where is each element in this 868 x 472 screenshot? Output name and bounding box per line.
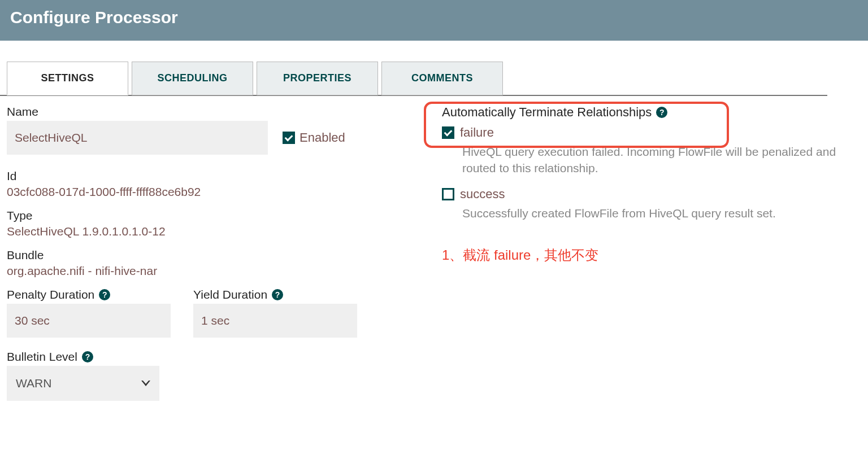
dialog-title: Configure Processor	[0, 0, 868, 41]
type-value: SelectHiveQL 1.9.0.1.0.1.0-12	[7, 225, 414, 238]
tab-scheduling[interactable]: SCHEDULING	[132, 62, 253, 95]
name-input[interactable]	[7, 121, 268, 155]
chevron-down-icon	[141, 381, 150, 386]
bulletin-label: Bulletin Level	[7, 350, 77, 364]
relationship-checkbox-failure[interactable]	[442, 126, 454, 139]
enabled-label: Enabled	[300, 130, 345, 145]
relationships-header: Automatically Terminate Relationships	[442, 105, 652, 120]
type-label: Type	[7, 209, 414, 222]
name-label: Name	[7, 105, 414, 119]
help-icon[interactable]: ?	[272, 289, 283, 300]
yield-label: Yield Duration	[193, 288, 267, 301]
bulletin-value: WARN	[16, 377, 51, 390]
relationship-name: failure	[460, 125, 494, 140]
help-icon[interactable]: ?	[656, 107, 667, 118]
bundle-value: org.apache.nifi - nifi-hive-nar	[7, 264, 414, 278]
id-label: Id	[7, 169, 414, 183]
bulletin-select[interactable]: WARN	[7, 366, 159, 401]
tab-settings[interactable]: SETTINGS	[7, 62, 128, 95]
tab-comments[interactable]: COMMENTS	[381, 62, 503, 95]
tab-bar: SETTINGS SCHEDULING PROPERTIES COMMENTS	[0, 41, 827, 96]
settings-left-column: Name Enabled Id 03cfc088-017d-1000-ffff-…	[7, 105, 414, 401]
bundle-label: Bundle	[7, 248, 414, 262]
help-icon[interactable]: ?	[82, 351, 93, 362]
relationship-desc: Successfully created FlowFile from HiveQ…	[462, 205, 861, 221]
relationship-name: success	[460, 187, 505, 202]
penalty-label: Penalty Duration	[7, 288, 94, 301]
relationship-desc: HiveQL query execution failed. Incoming …	[462, 143, 861, 177]
settings-panel: Name Enabled Id 03cfc088-017d-1000-ffff-…	[0, 96, 868, 401]
penalty-input[interactable]	[7, 304, 171, 338]
tab-properties[interactable]: PROPERTIES	[257, 62, 378, 95]
help-icon[interactable]: ?	[99, 289, 110, 300]
id-value: 03cfc088-017d-1000-ffff-ffff88ce6b92	[7, 185, 414, 199]
relationship-checkbox-success[interactable]	[442, 188, 454, 200]
enabled-checkbox[interactable]	[283, 132, 295, 144]
user-annotation: 1、截流 failure，其他不变	[442, 246, 861, 264]
settings-right-column: Automatically Terminate Relationships ? …	[442, 105, 861, 401]
yield-input[interactable]	[193, 304, 357, 338]
